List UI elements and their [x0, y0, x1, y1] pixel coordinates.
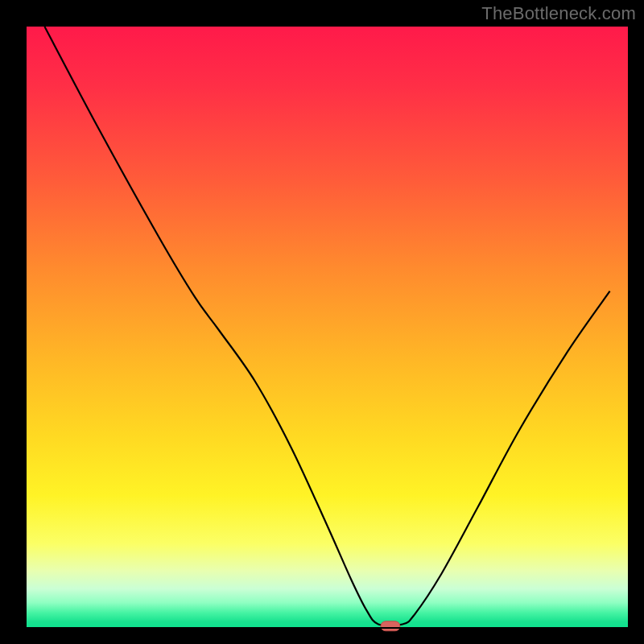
chart-gradient-background — [27, 27, 628, 628]
chart-stage: TheBottleneck.com — [0, 0, 644, 644]
bottleneck-chart — [0, 0, 644, 644]
curve-minimum-marker — [381, 621, 400, 631]
